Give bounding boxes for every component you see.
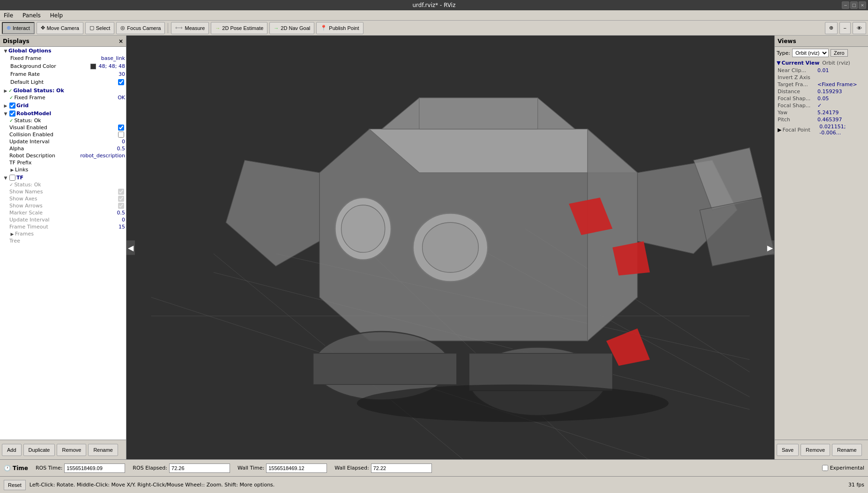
rm-robot-desc-value: robot_description xyxy=(80,153,125,159)
views-save-button[interactable]: Save xyxy=(777,444,799,456)
tf-update-interval-label: Update Interval xyxy=(9,217,120,223)
gs-fixed-frame-label: Fixed Frame xyxy=(14,95,116,101)
near-clip-label: Near Clip... xyxy=(778,67,817,74)
select-button[interactable]: ▢ Select xyxy=(85,22,115,34)
toolbar: ⊕ Interact ✥ Move Camera ▢ Select ◎ Focu… xyxy=(0,21,868,36)
left-arrow-button[interactable]: ◀ xyxy=(126,240,135,255)
select-label: Select xyxy=(96,25,111,31)
move-camera-icon: ✥ xyxy=(41,25,45,31)
robot-model-checkbox[interactable] xyxy=(9,110,15,117)
rm-links-expand[interactable]: ▶ xyxy=(9,168,15,172)
move-camera-label: Move Camera xyxy=(47,25,79,31)
views-remove-button[interactable]: Remove xyxy=(801,444,830,456)
yaw-row: Yaw 5.24179 xyxy=(777,109,866,116)
tf-show-names-label: Show Names xyxy=(9,189,117,195)
global-options-row[interactable]: ▼ Global Options xyxy=(0,47,126,54)
interact-button[interactable]: ⊕ Interact xyxy=(2,22,35,34)
current-view-label: Current View xyxy=(781,60,819,66)
publish-point-button[interactable]: 📍 Publish Point xyxy=(316,22,363,34)
focal-shape1-row: Focal Shap... 0.05 xyxy=(777,95,866,102)
focus-camera-button[interactable]: ◎ Focus Camera xyxy=(116,22,165,34)
reset-button[interactable]: Reset xyxy=(4,480,26,490)
crosshair-button[interactable]: ⊕ xyxy=(825,22,838,34)
fixed-frame-check: ✓ xyxy=(9,95,13,100)
time-label: 🕐 Time xyxy=(4,465,28,471)
global-status-row[interactable]: ▶ ✓ Global Status: Ok xyxy=(0,87,126,94)
focal-point-row[interactable]: ▶ Focal Point 0.021151; -0.006... xyxy=(777,123,866,136)
tf-expand[interactable]: ▼ xyxy=(3,176,8,180)
wall-elapsed-input[interactable] xyxy=(371,464,432,473)
tf-label: TF xyxy=(16,175,125,181)
viewport[interactable]: ◀ ▶ xyxy=(126,36,774,459)
rename-button[interactable]: Rename xyxy=(88,444,118,456)
maximize-button[interactable]: □ xyxy=(850,1,858,9)
grid-label: Grid xyxy=(16,103,125,109)
tf-status-check: ✓ xyxy=(9,182,13,187)
close-button[interactable]: × xyxy=(859,1,866,9)
bg-color-label: Background Color xyxy=(10,63,90,69)
svg-marker-26 xyxy=(613,241,650,275)
focal-point-label: Focal Point xyxy=(782,127,819,133)
tf-row[interactable]: ▼ TF xyxy=(0,174,126,181)
camera-settings-button[interactable]: 👁 xyxy=(853,22,866,34)
measure-icon: ⟷ xyxy=(175,25,183,31)
views-type-select[interactable]: Orbit (rviz) xyxy=(792,49,829,57)
robot-model-label: RobotModel xyxy=(16,110,125,117)
views-zero-button[interactable]: Zero xyxy=(831,49,848,57)
grid-checkbox[interactable] xyxy=(9,103,15,109)
grid-row[interactable]: ▶ Grid xyxy=(0,102,126,109)
wall-time-group: Wall Time: xyxy=(237,464,327,473)
tf-checkbox[interactable] xyxy=(9,175,15,181)
tf-show-names-checkbox[interactable] xyxy=(118,189,124,195)
status-text: Left-Click: Rotate. Middle-Click: Move X… xyxy=(30,482,845,488)
grid-expand[interactable]: ▶ xyxy=(3,103,8,108)
distance-row: Distance 0.159293 xyxy=(777,88,866,95)
tf-frames-label: Frames xyxy=(15,231,125,237)
tf-marker-scale-value: 0.5 xyxy=(117,210,126,216)
robot-model-expand[interactable]: ▼ xyxy=(3,111,8,116)
target-frame-value: <Fixed Frame> xyxy=(817,81,857,88)
views-rename-button[interactable]: Rename xyxy=(832,444,862,456)
focal-point-expand[interactable]: ▶ xyxy=(778,127,781,133)
menubar: File Panels Help xyxy=(0,10,868,21)
rm-collision-enabled-checkbox[interactable] xyxy=(118,132,124,138)
pose-estimate-button[interactable]: → 2D Pose Estimate xyxy=(211,22,267,34)
window-title: urdf.rviz* - RViz xyxy=(413,2,456,8)
remove-button[interactable]: Remove xyxy=(57,444,86,456)
ros-elapsed-input[interactable] xyxy=(169,464,230,473)
duplicate-button[interactable]: Duplicate xyxy=(23,444,55,456)
tf-marker-scale-label: Marker Scale xyxy=(9,210,115,216)
grid-item: ▶ Grid xyxy=(0,102,126,110)
frame-rate-label: Frame Rate xyxy=(10,71,117,77)
global-status-expand[interactable]: ▶ xyxy=(3,88,8,93)
distance-value: 0.159293 xyxy=(817,88,842,95)
wall-time-input[interactable] xyxy=(266,464,327,473)
menu-help[interactable]: Help xyxy=(48,11,65,20)
default-light-checkbox[interactable] xyxy=(118,79,124,85)
menu-panels[interactable]: Panels xyxy=(21,11,43,20)
global-options-expand[interactable]: ▼ xyxy=(3,49,8,53)
right-arrow-button[interactable]: ▶ xyxy=(766,240,774,255)
rm-visual-enabled-checkbox[interactable] xyxy=(118,125,124,131)
current-view-expand[interactable]: ▼ xyxy=(777,60,780,66)
wall-elapsed-group: Wall Elapsed: xyxy=(334,464,431,473)
move-camera-button[interactable]: ✥ Move Camera xyxy=(37,22,83,34)
focal-shape1-value: 0.05 xyxy=(817,96,829,102)
experimental-checkbox[interactable] xyxy=(822,465,828,471)
ros-time-input[interactable] xyxy=(64,464,125,473)
zoom-out-button[interactable]: − xyxy=(839,22,851,34)
measure-button[interactable]: ⟷ Measure xyxy=(171,22,209,34)
tf-show-arrows-checkbox[interactable] xyxy=(118,203,124,209)
tf-show-arrows-label: Show Arrows xyxy=(9,203,117,209)
displays-close-icon[interactable]: × xyxy=(119,38,123,44)
robot-model-row[interactable]: ▼ RobotModel xyxy=(0,110,126,117)
tf-show-axes-checkbox[interactable] xyxy=(118,196,124,202)
tf-status-label: Status: Ok xyxy=(14,182,125,188)
nav-goal-button[interactable]: → 2D Nav Goal xyxy=(269,22,314,34)
pitch-row: Pitch 0.465397 xyxy=(777,116,866,123)
add-button[interactable]: Add xyxy=(2,444,22,456)
minimize-button[interactable]: − xyxy=(842,1,849,9)
default-light-row: Default Light xyxy=(0,78,126,86)
tf-frames-expand[interactable]: ▶ xyxy=(9,232,15,236)
menu-file[interactable]: File xyxy=(2,11,15,20)
